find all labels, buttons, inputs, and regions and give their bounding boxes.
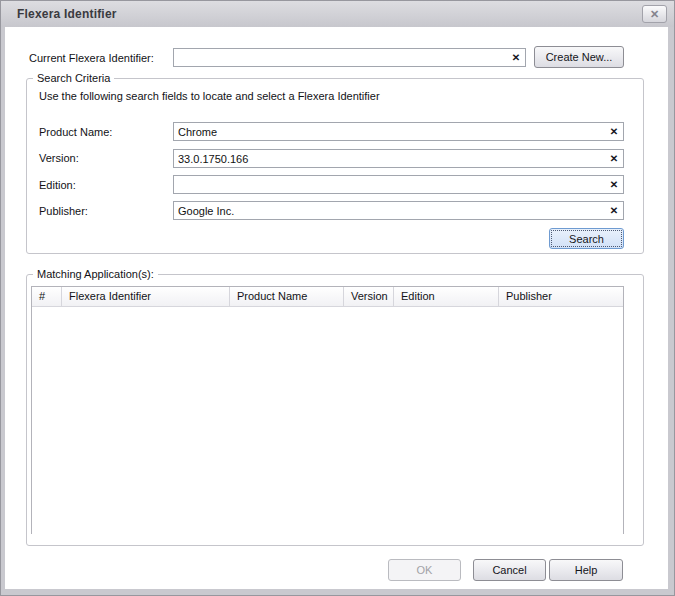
publisher-field: ✕ [173, 201, 624, 220]
publisher-label: Publisher: [39, 205, 88, 217]
cancel-button[interactable]: Cancel [473, 559, 546, 581]
results-table: # Flexera Identifier Product Name Versio… [31, 286, 624, 534]
clear-icon[interactable]: ✕ [605, 150, 623, 167]
product-name-label: Product Name: [39, 126, 112, 138]
column-header-edition[interactable]: Edition [394, 287, 499, 306]
version-input[interactable] [174, 150, 605, 167]
results-table-header: # Flexera Identifier Product Name Versio… [32, 287, 623, 307]
version-field: ✕ [173, 149, 624, 168]
flexera-identifier-dialog: Flexera Identifier ✕ Current Flexera Ide… [0, 0, 675, 596]
close-button[interactable]: ✕ [642, 5, 667, 23]
version-label: Version: [39, 152, 79, 164]
column-header-flexera-identifier[interactable]: Flexera Identifier [62, 287, 230, 306]
current-identifier-field: ✕ [173, 48, 526, 67]
ok-button[interactable]: OK [388, 559, 461, 581]
search-button[interactable]: Search [549, 228, 624, 249]
close-icon: ✕ [650, 8, 659, 20]
titlebar: Flexera Identifier ✕ [1, 1, 674, 27]
results-table-body [32, 307, 623, 534]
current-identifier-input[interactable] [174, 49, 507, 66]
clear-icon[interactable]: ✕ [605, 123, 623, 140]
clear-icon[interactable]: ✕ [507, 49, 525, 66]
current-identifier-label: Current Flexera Identifier: [29, 52, 154, 64]
product-name-field: ✕ [173, 122, 624, 141]
product-name-input[interactable] [174, 123, 605, 140]
create-new-button[interactable]: Create New... [534, 46, 624, 68]
edition-input[interactable] [174, 176, 605, 193]
column-header-product-name[interactable]: Product Name [230, 287, 344, 306]
search-criteria-legend: Search Criteria [33, 72, 114, 84]
edition-label: Edition: [39, 179, 76, 191]
matching-applications-legend: Matching Application(s): [33, 268, 158, 280]
clear-icon[interactable]: ✕ [605, 202, 623, 219]
publisher-input[interactable] [174, 202, 605, 219]
edition-field: ✕ [173, 175, 624, 194]
clear-icon[interactable]: ✕ [605, 176, 623, 193]
column-header-publisher[interactable]: Publisher [499, 287, 623, 306]
dialog-title: Flexera Identifier [17, 7, 117, 21]
search-hint-text: Use the following search fields to locat… [39, 90, 380, 102]
help-button[interactable]: Help [549, 559, 623, 581]
column-header-version[interactable]: Version [344, 287, 394, 306]
column-header-number[interactable]: # [32, 287, 62, 306]
